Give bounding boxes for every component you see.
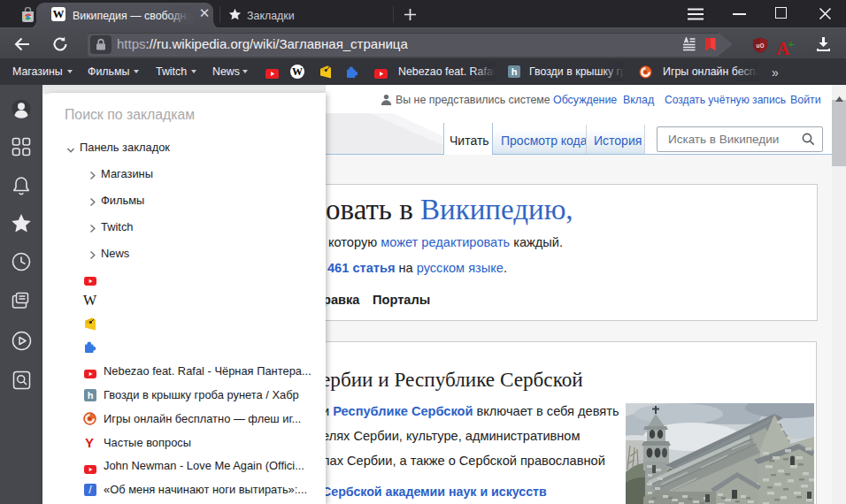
svg-text:uO: uO xyxy=(756,42,764,49)
